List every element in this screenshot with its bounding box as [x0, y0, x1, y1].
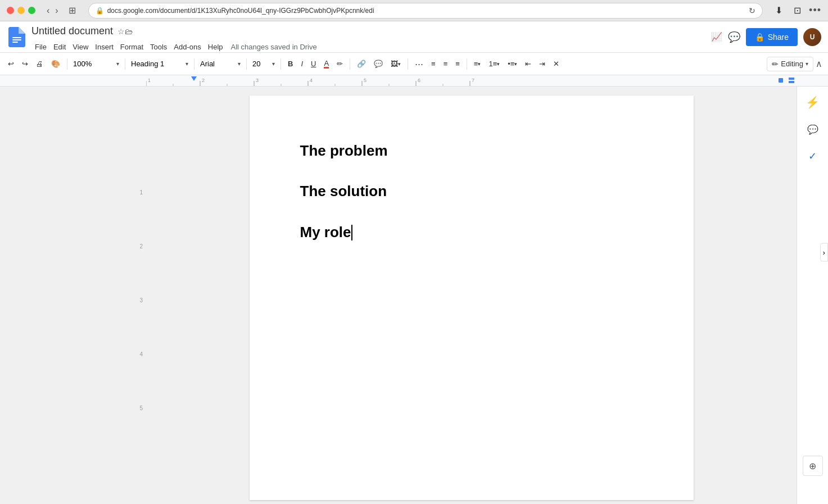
- text-color-icon: A: [324, 60, 329, 69]
- maximize-button[interactable]: [28, 7, 35, 14]
- menu-format[interactable]: Format: [117, 42, 147, 52]
- heading-the-solution[interactable]: The solution: [300, 181, 643, 201]
- menu-edit[interactable]: Edit: [50, 42, 69, 52]
- separator-8: [467, 58, 467, 70]
- star-button[interactable]: ☆: [117, 27, 125, 36]
- share-button[interactable]: 🔒 Share: [746, 28, 798, 46]
- comments-button[interactable]: 💬: [728, 31, 740, 43]
- editing-mode-selector[interactable]: ✏ Editing ▾: [767, 57, 813, 71]
- decrease-indent-button[interactable]: ⇤: [522, 57, 535, 70]
- heading-selector[interactable]: Heading 1 ▾: [129, 58, 191, 70]
- close-button[interactable]: [7, 7, 14, 14]
- svg-rect-1: [12, 39, 21, 40]
- add-panel-button[interactable]: ⊕: [803, 456, 823, 476]
- editing-mode-label: Editing: [781, 60, 803, 68]
- insert-link-button[interactable]: 🔗: [354, 57, 369, 70]
- title-bar: ‹ › ⊞ 🔒 docs.google.com/document/d/1K13X…: [0, 0, 828, 21]
- increase-indent-button[interactable]: ⇥: [536, 57, 549, 70]
- menu-file[interactable]: File: [31, 42, 50, 52]
- paint-format-button[interactable]: 🎨: [48, 57, 64, 70]
- font-size-value: 20: [252, 60, 260, 68]
- undo-button[interactable]: ↩: [4, 57, 17, 70]
- separator-1: [67, 58, 67, 70]
- heading-text-1: The problem: [300, 142, 388, 159]
- comments-side-icon: 💬: [807, 124, 818, 135]
- zoom-dropdown-arrow: ▾: [116, 61, 119, 67]
- insert-image-button[interactable]: 🖼▾: [387, 57, 404, 70]
- back-button[interactable]: ‹: [44, 4, 52, 17]
- svg-text:5: 5: [364, 78, 367, 83]
- font-dropdown-arrow: ▾: [238, 61, 241, 67]
- right-sidebar: ⚡ 💬 ✓ ⊕: [797, 87, 828, 504]
- font-selector[interactable]: Arial ▾: [198, 58, 243, 70]
- folder-button[interactable]: 🗁: [125, 27, 133, 36]
- heading-my-role[interactable]: My role: [300, 222, 643, 242]
- document-page[interactable]: The problem The solution My role: [250, 96, 694, 500]
- text-cursor: [351, 225, 352, 240]
- font-size-dropdown-arrow: ▾: [272, 61, 275, 67]
- menu-addons[interactable]: Add-ons: [170, 42, 204, 52]
- browser-menu-button[interactable]: •••: [809, 4, 821, 16]
- insert-comment-button[interactable]: 💬: [370, 57, 386, 70]
- document-area[interactable]: The problem The solution My role: [146, 87, 797, 504]
- refresh-button[interactable]: ↻: [749, 6, 755, 15]
- heading-the-problem[interactable]: The problem: [300, 140, 643, 161]
- check-side-button[interactable]: ✓: [802, 145, 824, 167]
- ruler-inner: 1 2 3 4 5 6 7: [146, 75, 794, 86]
- align-left-button[interactable]: ⋯: [411, 57, 427, 71]
- smart-canvas-button[interactable]: ⚡: [802, 91, 824, 113]
- editing-mode-arrow: ▾: [806, 61, 808, 67]
- expand-chevron-icon: ›: [823, 248, 825, 256]
- separator-3: [194, 58, 194, 70]
- lock-icon: 🔒: [96, 7, 104, 15]
- zoom-selector[interactable]: 100% ▾: [71, 58, 121, 70]
- highlight-button[interactable]: ✏: [333, 57, 346, 70]
- doc-title[interactable]: Untitled document: [31, 25, 113, 37]
- forward-button[interactable]: ›: [53, 4, 60, 17]
- menu-help[interactable]: Help: [205, 42, 227, 52]
- collapse-toolbar-button[interactable]: ∧: [815, 57, 824, 70]
- browser-toolbar-right: ⬇ ⊡ •••: [772, 3, 821, 18]
- svg-rect-0: [12, 37, 21, 38]
- window-layout-button[interactable]: ⊞: [65, 3, 79, 18]
- list-ordered-button[interactable]: 1≡▾: [485, 57, 503, 70]
- heading-value: Heading 1: [131, 60, 164, 68]
- redo-button[interactable]: ↪: [19, 57, 31, 70]
- line-number-1: 1: [139, 143, 143, 197]
- font-size-selector[interactable]: 20 ▾: [250, 58, 277, 70]
- underline-button[interactable]: U: [307, 57, 319, 70]
- align-center-button[interactable]: ≡: [428, 57, 439, 70]
- bold-button[interactable]: B: [284, 57, 296, 70]
- activity-dashboard-button[interactable]: 📈: [711, 31, 722, 42]
- menu-tools[interactable]: Tools: [147, 42, 170, 52]
- expand-panel-button[interactable]: ›: [820, 243, 828, 261]
- add-panel-icon: ⊕: [809, 461, 816, 471]
- avatar[interactable]: U: [803, 28, 821, 46]
- italic-button[interactable]: I: [297, 57, 306, 70]
- comments-side-button[interactable]: 💬: [802, 118, 824, 140]
- minimize-button[interactable]: [17, 7, 25, 14]
- text-color-button[interactable]: A: [320, 57, 332, 71]
- clear-formatting-button[interactable]: ✕: [550, 57, 563, 70]
- svg-text:4: 4: [310, 78, 313, 83]
- address-bar[interactable]: 🔒 docs.google.com/document/d/1K13XuRyhc0…: [88, 3, 763, 19]
- share-label: Share: [768, 33, 789, 42]
- list-unordered-button[interactable]: •≡▾: [504, 57, 521, 70]
- print-button[interactable]: 🖨: [33, 57, 47, 70]
- header-right: 📈 💬 🔒 Share U: [711, 28, 821, 46]
- toolbar: ↩ ↪ 🖨 🎨 100% ▾ Heading 1 ▾ Arial ▾ 20 ▾ …: [0, 53, 828, 75]
- zoom-value: 100%: [73, 60, 92, 68]
- align-right-button[interactable]: ≡: [440, 57, 451, 70]
- menu-view[interactable]: View: [69, 42, 92, 52]
- align-justify-button[interactable]: ≡: [452, 57, 463, 70]
- ruler: 1 2 3 4 5 6 7: [0, 75, 828, 87]
- line-spacing-button[interactable]: ≡▾: [470, 57, 485, 70]
- saved-status: All changes saved in Drive: [231, 43, 317, 51]
- font-value: Arial: [200, 60, 215, 68]
- lock-share-icon: 🔒: [755, 33, 764, 42]
- menu-insert[interactable]: Insert: [92, 42, 117, 52]
- download-button[interactable]: ⬇: [772, 3, 786, 18]
- fullscreen-button[interactable]: ⊡: [790, 3, 804, 18]
- doc-title-area: Untitled document ☆ 🗁 File Edit View Ins…: [31, 21, 707, 53]
- expand-panel[interactable]: ›: [820, 243, 828, 261]
